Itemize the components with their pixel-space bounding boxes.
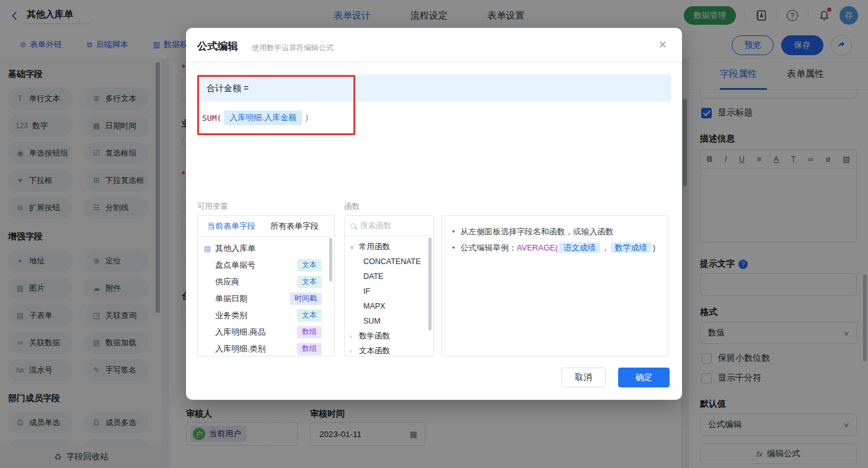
variable-name: 盘点单据号 [215, 260, 255, 271]
variables-panel: 当前表单字段 所有表单字段 ▤ 其他入库单 盘点单据号 文本 供应商 文本 单据… [197, 215, 335, 356]
variable-item[interactable]: 盘点单据号 文本 [198, 257, 334, 273]
cancel-button[interactable]: 取消 [561, 368, 606, 387]
formula-expression[interactable]: SUM( 入库明细.入库金额 ) [202, 110, 309, 125]
variable-root-label: 其他入库单 [215, 243, 255, 254]
variable-type-badge: 数组 [297, 326, 322, 338]
formula-variable-chip[interactable]: 入库明细.入库金额 [224, 110, 302, 125]
modal-subtitle: 使用数学运算符编辑公式 [252, 43, 334, 53]
variables-label: 可用变量 [197, 201, 228, 212]
functions-label: 函数 [344, 201, 360, 212]
example-function: AVERAGE( [517, 243, 558, 252]
caret-right-icon: › [350, 348, 355, 355]
function-item[interactable]: DATE [345, 269, 433, 284]
function-item[interactable]: IF [345, 284, 433, 299]
help-line-1: • 从左侧面板选择字段名和函数，或输入函数 [452, 224, 658, 240]
help-text-1: 从左侧面板选择字段名和函数，或输入函数 [461, 224, 614, 240]
variables-scrollbar[interactable] [329, 238, 332, 281]
example-variable-chip: 语文成绩 [559, 242, 600, 253]
formula-target-band: 合计金额 = [197, 74, 671, 102]
divider [186, 62, 682, 63]
help-panel: • 从左侧面板选择字段名和函数，或输入函数 • 公式编辑举例：AVERAGE(语… [441, 215, 668, 356]
modal-title: 公式编辑 [197, 40, 238, 53]
function-group-text[interactable]: › 文本函数 [345, 343, 433, 356]
example-variable-chip: 数学成绩 [611, 242, 652, 253]
variable-tree-root[interactable]: ▤ 其他入库单 [198, 240, 334, 257]
function-item[interactable]: SUM [345, 314, 433, 329]
formula-edit-modal: 公式编辑 使用数学运算符编辑公式 ✕ 合计金额 = SUM( 入库明细.入库金额… [186, 28, 682, 400]
variable-name: 入库明细.类别 [215, 343, 266, 355]
formula-function: SUM( [202, 113, 221, 123]
help-line-2: • 公式编辑举例：AVERAGE(语文成绩，数学成绩) [452, 240, 658, 256]
variable-name: 业务类别 [215, 310, 247, 321]
functions-scrollbar[interactable] [428, 237, 432, 330]
tab-current-form-fields[interactable]: 当前表单字段 [207, 221, 255, 232]
variable-item[interactable]: 供应商 文本 [198, 273, 334, 290]
function-search [345, 216, 433, 236]
function-group-math[interactable]: › 数学函数 [345, 329, 433, 343]
caret-down-icon: ∨ [350, 244, 355, 250]
function-item[interactable]: MAPX [345, 299, 433, 314]
form-doc-icon: ▤ [204, 244, 211, 253]
function-group-common[interactable]: ∨ 常用函数 [345, 239, 433, 254]
variable-type-badge: 数组 [297, 343, 322, 355]
variable-item[interactable]: 单据日期 时间戳 [198, 290, 334, 307]
close-icon[interactable]: ✕ [658, 38, 667, 51]
formula-close-paren: ) [304, 113, 309, 123]
variable-item[interactable]: 入库明细.商品 数组 [198, 324, 334, 340]
function-item[interactable]: CONCATENATE [345, 254, 433, 269]
variable-name: 单据日期 [215, 293, 247, 304]
variable-type-badge: 文本 [297, 309, 322, 322]
function-search-input[interactable] [360, 221, 422, 230]
variable-type-badge: 文本 [297, 259, 322, 272]
variable-item[interactable]: 业务类别 文本 [198, 307, 334, 324]
variable-name: 供应商 [215, 276, 239, 288]
variable-name: 入库明细.商品 [215, 327, 266, 338]
caret-right-icon: › [350, 333, 355, 340]
formula-equals: = [244, 83, 249, 93]
search-icon [350, 223, 356, 229]
confirm-button[interactable]: 确定 [618, 368, 670, 387]
variable-type-badge: 文本 [297, 276, 322, 288]
tab-all-form-fields[interactable]: 所有表单字段 [270, 221, 319, 232]
variable-type-badge: 时间戳 [290, 293, 322, 305]
variable-item[interactable]: 入库明细.类别 数组 [198, 340, 334, 356]
help-text-2: 公式编辑举例：AVERAGE(语文成绩，数学成绩) [461, 240, 656, 256]
formula-target: 合计金额 [206, 83, 241, 93]
functions-panel: ∨ 常用函数 CONCATENATE DATE IF MAPX SUM › 数学… [344, 215, 434, 356]
